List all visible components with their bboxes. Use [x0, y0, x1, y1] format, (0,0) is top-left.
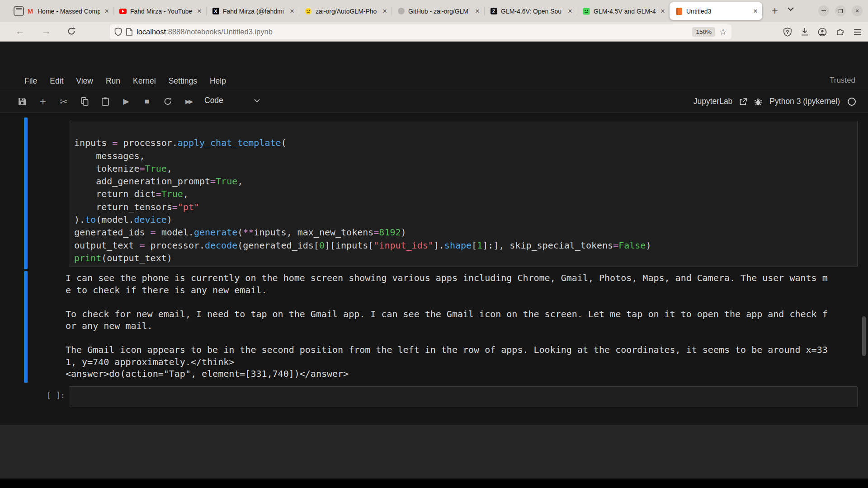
tab-title: Untitled3 — [686, 8, 749, 15]
add-cell-button[interactable]: + — [38, 96, 48, 107]
tab-close-icon[interactable]: × — [382, 7, 388, 15]
downloads-icon[interactable] — [801, 28, 809, 36]
address-bar[interactable]: localhost:8888/notebooks/Untitled3.ipynb… — [110, 24, 731, 39]
kernel-name[interactable]: Python 3 (ipykernel) — [769, 97, 840, 106]
menu-help[interactable]: Help — [203, 76, 232, 86]
tracking-shield-icon[interactable] — [114, 28, 122, 36]
cell-selection-bar — [24, 117, 28, 269]
tab-title: GitHub - zai-org/GLM — [408, 8, 471, 15]
cell-output: I can see the phone is currently on the … — [66, 272, 828, 380]
code-line: print(output_text) — [74, 252, 651, 264]
output-selection-bar — [24, 271, 28, 383]
tab-close-icon[interactable]: × — [104, 7, 110, 15]
menu-edit[interactable]: Edit — [43, 76, 70, 86]
x-twitter-favicon: X — [212, 8, 219, 15]
save-button[interactable] — [17, 96, 27, 107]
menu-kernel[interactable]: Kernel — [127, 76, 162, 86]
extensions-puzzle-icon[interactable] — [836, 28, 844, 36]
tab-close-icon[interactable]: × — [752, 7, 759, 15]
code-editor[interactable]: inputs = processor.apply_chat_template( … — [74, 124, 651, 264]
browser-tab[interactable]: MHome - Massed Comp× — [21, 0, 113, 22]
forward-icon[interactable]: → — [42, 26, 51, 37]
restart-kernel-button[interactable] — [163, 96, 173, 107]
tab-close-icon[interactable]: × — [567, 7, 573, 15]
menu-hamburger-icon[interactable] — [854, 29, 862, 35]
close-window-icon[interactable]: × — [852, 5, 863, 16]
zai-green-favicon — [583, 8, 590, 15]
restart-run-all-button[interactable]: ▶▶ — [184, 96, 193, 107]
output-line: 1, y=740 approximately.</think> — [66, 356, 828, 368]
github-favicon — [397, 8, 405, 15]
browser-tab[interactable]: ZGLM-4.6V: Open Sou× — [484, 0, 577, 22]
notebook-panel: inputs = processor.apply_chat_template( … — [0, 113, 868, 425]
output-line: The Gmail icon appears to be in the seco… — [66, 344, 828, 356]
jupyterlab-link[interactable]: JupyterLab — [693, 97, 733, 106]
new-tab-button[interactable]: + — [769, 5, 781, 18]
output-line: To check for new email, I need to tap on… — [66, 308, 828, 320]
tab-close-icon[interactable]: × — [474, 7, 481, 15]
run-cell-button[interactable]: ▶ — [121, 96, 131, 107]
code-line: tokenize=True, — [74, 162, 651, 175]
cell-type-dropdown[interactable]: Code — [204, 96, 223, 105]
menu-view[interactable]: View — [70, 76, 99, 86]
empty-cell-input[interactable] — [69, 386, 858, 407]
account-icon[interactable] — [818, 28, 827, 37]
maximize-icon[interactable] — [835, 5, 846, 16]
code-cell[interactable]: inputs = processor.apply_chat_template( … — [69, 121, 858, 267]
output-line: e to check if there is any new email. — [66, 284, 828, 296]
output-line — [66, 296, 828, 308]
tab-close-icon[interactable]: × — [660, 7, 666, 15]
tab-title: GLM-4.5V and GLM-4 — [594, 8, 656, 15]
debugger-bug-icon[interactable] — [754, 98, 762, 106]
tab-close-icon[interactable]: × — [289, 7, 295, 15]
tab-title: GLM-4.6V: Open Sou — [501, 8, 563, 15]
page-info-icon[interactable] — [126, 28, 132, 36]
output-line: I can see the phone is currently on the … — [66, 272, 828, 284]
code-line: return_tensors="pt" — [74, 201, 651, 213]
browser-tab[interactable]: zai-org/AutoGLM-Pho× — [299, 0, 392, 22]
protections-shield-icon[interactable] — [783, 28, 792, 37]
copy-cells-button[interactable] — [80, 96, 90, 107]
list-tabs-chevron-icon[interactable] — [788, 7, 794, 11]
cell-type-chevron-icon[interactable] — [254, 99, 260, 103]
menu-items: FileEditViewRunKernelSettingsHelp — [18, 71, 232, 90]
jupyter-favicon — [675, 8, 683, 15]
back-icon[interactable]: ← — [15, 26, 25, 37]
massed-compute-favicon: M — [27, 8, 34, 15]
tab-close-icon[interactable]: × — [196, 7, 203, 15]
browser-tab-bar: MHome - Massed Comp×Fahd Mirza - YouTube… — [0, 0, 868, 22]
tab-title: Fahd Mirza - YouTube — [130, 8, 193, 15]
browser-nav-bar: ← → localhost:8888/notebooks/Untitled3.i… — [0, 22, 868, 42]
scrollbar-thumb[interactable] — [862, 316, 866, 356]
bookmark-star-icon[interactable]: ☆ — [719, 27, 727, 37]
menu-settings[interactable]: Settings — [162, 76, 203, 86]
external-link-icon[interactable] — [740, 98, 747, 105]
url-path: :8888/notebooks/Untitled3.ipynb — [166, 28, 273, 36]
browser-tab[interactable]: Fahd Mirza - YouTube× — [113, 0, 206, 22]
code-line: messages, — [74, 150, 651, 162]
zai-dark-favicon: Z — [490, 8, 497, 15]
toolbar-buttons: + ✂ ▶ ■ ▶▶ — [17, 90, 193, 113]
tab-strip: MHome - Massed Comp×Fahd Mirza - YouTube… — [21, 0, 762, 22]
browser-tab[interactable]: GLM-4.5V and GLM-4× — [577, 0, 670, 22]
url-text[interactable]: localhost:8888/notebooks/Untitled3.ipynb — [137, 28, 688, 36]
window-controls: × — [818, 5, 863, 16]
browser-tab[interactable]: XFahd Mirza (@fahdmi× — [206, 0, 299, 22]
menu-file[interactable]: File — [18, 76, 43, 86]
trusted-badge[interactable]: Trusted — [830, 76, 855, 85]
cut-cells-button[interactable]: ✂ — [59, 96, 69, 107]
browser-tab[interactable]: Untitled3× — [670, 2, 762, 20]
browser-tab[interactable]: GitHub - zai-org/GLM× — [392, 0, 484, 22]
stop-kernel-button[interactable]: ■ — [142, 96, 152, 107]
menu-run[interactable]: Run — [99, 76, 127, 86]
code-line — [74, 124, 651, 136]
paste-cells-button[interactable] — [100, 96, 110, 107]
minimize-icon[interactable] — [818, 5, 829, 16]
zoom-level-badge[interactable]: 150% — [692, 27, 715, 37]
kernel-status-icon[interactable] — [847, 97, 856, 106]
reload-icon[interactable] — [67, 27, 76, 36]
page-below-notebook — [0, 425, 868, 479]
output-line — [66, 332, 828, 344]
jupyter-menu-bar: FileEditViewRunKernelSettingsHelp Truste… — [0, 71, 868, 90]
bottom-black-strip — [0, 479, 868, 488]
